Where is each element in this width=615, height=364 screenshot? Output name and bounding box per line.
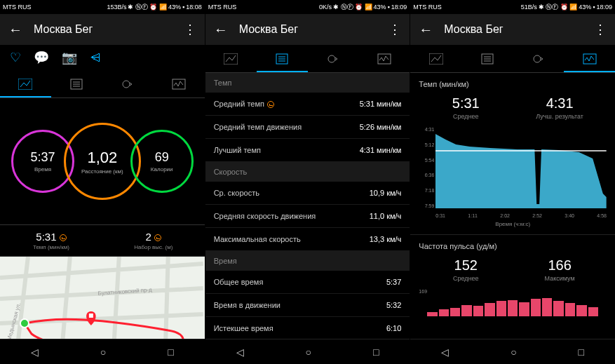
pace-chart-title: Темп (мин/км) [419,80,607,88]
nav-bar: ◁ ○ □ [410,339,615,364]
stats-content: Темп Средний темп5:31 мин/км Средний тем… [205,73,410,339]
page-title: Москва Бег [239,23,389,36]
camera-icon[interactable]: 📷 [62,50,77,65]
row-mov-speed[interactable]: Средняя скорость движения11,0 км/ч [205,205,410,228]
status-bar: MTS RUS 51B/s✱ ⓃⒻ ⏰ 📶43%▪18:09 [410,0,615,14]
tab-stats[interactable] [257,45,308,72]
row-total-time[interactable]: Общее время5:37 [205,271,410,294]
tab-laps[interactable] [513,45,564,72]
title-bar: ← Москва Бег ⋮ [410,14,615,45]
row-best-pace[interactable]: Лучший темп4:31 мин/км [205,139,410,162]
nav-bar: ◁ ○ □ [205,339,410,364]
nav-recent-icon[interactable]: □ [373,346,379,358]
pace-summary[interactable]: 5:31 Темп (мин/км) [0,225,102,256]
tab-charts[interactable] [358,45,410,72]
hr-chart-card[interactable]: Частота пульса (уд/м) 152Среднее 166Макс… [410,235,615,323]
back-icon[interactable]: ← [419,22,433,38]
nav-back-icon[interactable]: ◁ [236,346,244,358]
section-time: Время [205,251,410,271]
back-icon[interactable]: ← [8,22,22,38]
nav-home-icon[interactable]: ○ [511,346,516,358]
tab-stats[interactable] [461,45,513,72]
nav-recent-icon[interactable]: □ [579,346,584,358]
hr-chart [419,295,607,316]
row-max-speed[interactable]: Максимальная скорость13,3 км/ч [205,228,410,251]
row-avg-pace[interactable]: Средний темп5:31 мин/км [205,93,410,116]
tab-stats[interactable] [51,70,102,97]
tab-charts[interactable] [564,45,615,72]
pace-chart-card[interactable]: Темп (мин/км) 5:31Среднее 4:31Лучш. резу… [410,73,615,234]
nav-home-icon[interactable]: ○ [100,346,106,358]
tab-overview[interactable] [205,45,257,72]
calories-circle[interactable]: 69 Калории [130,130,194,193]
summary-row: 5:31 Темп (мин/км) 2 Набор выс. (м) [0,224,205,257]
pulse-icon [267,101,274,108]
row-avg-speed[interactable]: Ср. скорость10,9 км/ч [205,182,410,205]
status-bar: MTS RUS 0K/s✱ ⓃⒻ ⏰ 📶43%▪18:09 [205,0,410,14]
row-mov-time[interactable]: Время в движении5:32 [205,294,410,317]
elev-summary[interactable]: 2 Набор выс. (м) [102,225,205,256]
charts-content: Темп (мин/км) 5:31Среднее 4:31Лучш. резу… [410,73,615,339]
pace-chart-xlabel: Время (ч:м:с) [419,221,607,227]
pace-chart: 4:315:125:546:367:187:59 0:311:112:022:5… [419,127,607,218]
pulse-icon [60,234,67,241]
summary-circles: 5:37 Время 1,02 Расстояние (км) 69 Калор… [0,98,205,224]
hr-chart-title: Частота пульса (уд/м) [419,242,607,250]
menu-icon[interactable]: ⋮ [184,22,196,37]
tab-overview[interactable] [0,70,51,97]
pace-avg-stat: 5:31Среднее [419,95,513,120]
title-bar: ← Москва Бег ⋮ [205,14,410,45]
share-icon[interactable]: ⩤ [90,50,102,65]
distance-circle[interactable]: 1,02 Расстояние (км) [64,123,141,200]
map-view[interactable]: Булатниковский пр-д Медынская ул. Булатн… [0,257,205,339]
pulse-icon [154,234,161,241]
row-mov-pace[interactable]: Средний темп движения5:26 мин/км [205,116,410,139]
menu-icon[interactable]: ⋮ [594,22,607,37]
tabs [205,45,410,73]
nav-recent-icon[interactable]: □ [168,346,173,358]
pace-best-stat: 4:31Лучш. результат [513,95,607,120]
tab-overview[interactable] [410,45,461,72]
nav-back-icon[interactable]: ◁ [31,346,39,358]
overview-content: 5:37 Время 1,02 Расстояние (км) 69 Калор… [0,98,205,339]
action-bar: ♡ 💬 📷 ⩤ [0,45,205,70]
favorite-icon[interactable]: ♡ [10,50,21,65]
tab-laps[interactable] [308,45,359,72]
comment-icon[interactable]: 💬 [34,50,49,65]
title-bar: ← Москва Бег ⋮ [0,14,205,45]
menu-icon[interactable]: ⋮ [388,22,401,37]
back-icon[interactable]: ← [214,22,228,38]
tab-laps[interactable] [102,70,154,97]
nav-back-icon[interactable]: ◁ [441,346,449,358]
page-title: Москва Бег [34,23,184,36]
svg-point-10 [20,319,29,328]
hr-max-stat: 166Максимум [513,257,607,282]
tabs [410,45,615,73]
nav-bar: ◁ ○ □ [0,339,205,364]
nav-home-icon[interactable]: ○ [306,346,311,358]
hr-avg-stat: 152Среднее [419,257,513,282]
section-pace: Темп [205,73,410,93]
status-bar: MTS RUS 153B/s✱ ⓃⒻ ⏰ 📶43%▪18:08 [0,0,205,14]
svg-rect-11 [89,314,93,318]
row-elapsed[interactable]: Истекшее время6:10 [205,317,410,339]
tabs [0,70,205,98]
page-title: Москва Бег [444,23,594,36]
section-speed: Скорость [205,162,410,182]
tab-charts[interactable] [154,70,205,97]
